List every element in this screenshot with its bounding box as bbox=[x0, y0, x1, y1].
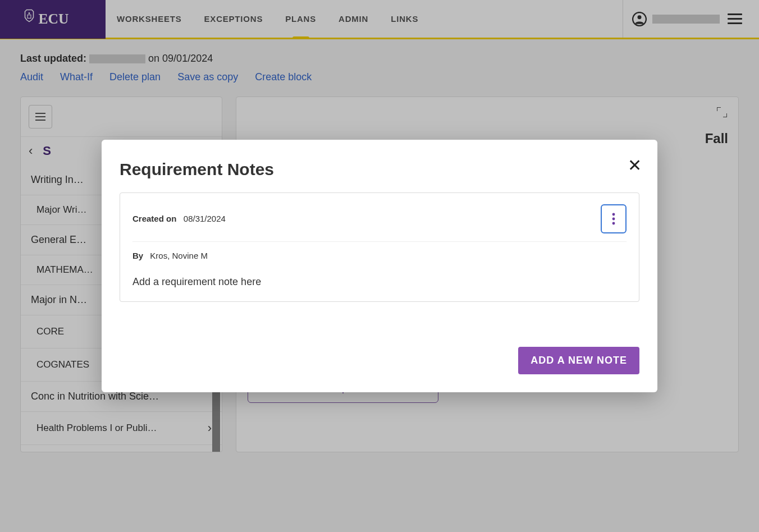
requirement-notes-modal: ✕ Requirement Notes Created on 08/31/202… bbox=[102, 140, 657, 392]
svg-point-8 bbox=[612, 213, 615, 216]
by-label: By bbox=[132, 251, 143, 260]
svg-point-10 bbox=[612, 222, 615, 225]
by-value: Kros, Novine M bbox=[150, 251, 208, 260]
svg-point-9 bbox=[612, 218, 615, 221]
kebab-icon bbox=[612, 213, 615, 225]
created-on-label: Created on bbox=[132, 214, 176, 223]
add-new-note-button[interactable]: ADD A NEW NOTE bbox=[518, 347, 639, 374]
close-icon[interactable]: ✕ bbox=[628, 155, 642, 175]
note-body: Add a requirement note here bbox=[132, 276, 627, 288]
created-on-value: 08/31/2024 bbox=[184, 214, 226, 223]
note-menu-button[interactable] bbox=[601, 204, 627, 233]
note-card: Created on 08/31/2024 By Kros, Novine M … bbox=[120, 192, 639, 302]
modal-title: Requirement Notes bbox=[120, 160, 639, 179]
